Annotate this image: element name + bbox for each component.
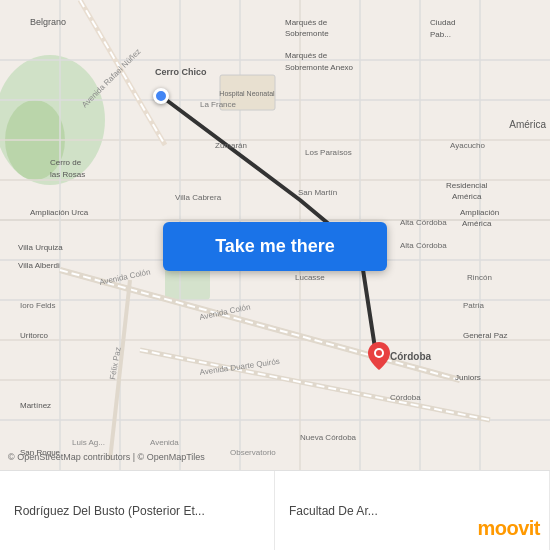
svg-text:Avenida: Avenida [150,438,179,447]
origin-marker [153,88,169,104]
svg-text:La France: La France [200,100,237,109]
moovit-brand: moovit [477,517,540,540]
svg-point-78 [376,350,382,356]
svg-text:Zumarán: Zumarán [215,141,247,150]
svg-text:Marqués de: Marqués de [285,51,328,60]
svg-text:Marqués de: Marqués de [285,18,328,27]
svg-text:Martínez: Martínez [20,401,51,410]
bottom-bar: Rodríguez Del Busto (Posterior Et... Fac… [0,470,550,550]
map-copyright: © OpenStreetMap contributors | © OpenMap… [8,452,205,462]
svg-text:Pab...: Pab... [430,30,451,39]
svg-text:Lucasse: Lucasse [295,273,325,282]
svg-text:Ayacucho: Ayacucho [450,141,486,150]
take-me-there-button[interactable]: Take me there [163,222,387,271]
svg-text:América: América [452,192,482,201]
svg-text:Ampliación Urca: Ampliación Urca [30,208,89,217]
svg-text:Alta Córdoba: Alta Córdoba [400,218,447,227]
origin-item[interactable]: Rodríguez Del Busto (Posterior Et... [0,471,275,550]
svg-text:Ciudad: Ciudad [430,18,455,27]
svg-text:Nueva Córdoba: Nueva Córdoba [300,433,357,442]
origin-label: Rodríguez Del Busto (Posterior Et... [14,504,205,518]
svg-text:Villa Urquiza: Villa Urquiza [18,243,63,252]
svg-text:Córdoba: Córdoba [390,393,421,402]
svg-text:Villa Alberdi: Villa Alberdi [18,261,60,270]
svg-text:Córdoba: Córdoba [390,351,432,362]
svg-text:Juniors: Juniors [455,373,481,382]
svg-text:Villa Cabrera: Villa Cabrera [175,193,222,202]
svg-text:Los Paraísos: Los Paraísos [305,148,352,157]
svg-text:Uritorco: Uritorco [20,331,49,340]
svg-text:Alta Córdoba: Alta Córdoba [400,241,447,250]
destination-label: Facultad De Ar... [289,504,378,518]
map-area: Hospital Neonatal Belgrano Cerro Chico M… [0,0,550,470]
svg-text:Sobremonte Anexo: Sobremonte Anexo [285,63,354,72]
svg-text:Belgrano: Belgrano [30,17,66,27]
svg-text:Residencial: Residencial [446,181,488,190]
svg-text:Observatorio: Observatorio [230,448,276,457]
app-container: Hospital Neonatal Belgrano Cerro Chico M… [0,0,550,550]
svg-text:San Martín: San Martín [298,188,337,197]
svg-text:Rincón: Rincón [467,273,492,282]
svg-text:Patria: Patria [463,301,484,310]
destination-marker [368,342,390,370]
svg-text:América: América [462,219,492,228]
svg-text:Cerro de: Cerro de [50,158,82,167]
svg-text:Ampliación: Ampliación [460,208,499,217]
svg-text:Luis Ag...: Luis Ag... [72,438,105,447]
svg-text:General Paz: General Paz [463,331,507,340]
svg-text:Hospital Neonatal: Hospital Neonatal [219,90,275,98]
svg-text:Ioro Felds: Ioro Felds [20,301,56,310]
svg-text:las Rosas: las Rosas [50,170,85,179]
svg-text:Sobremonte: Sobremonte [285,29,329,38]
svg-text:Cerro Chico: Cerro Chico [155,67,207,77]
america-label: América [509,119,546,130]
